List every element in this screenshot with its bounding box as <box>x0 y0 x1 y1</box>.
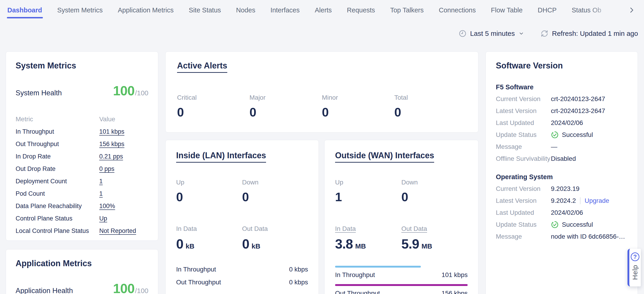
alert-stat-major: Major 0 <box>250 94 322 119</box>
sv-row-os-latest-version: Latest Version 9.2024.2 Upgrade <box>496 197 628 205</box>
stat-label: Minor <box>322 94 394 101</box>
stat-value: 0 <box>250 105 322 119</box>
tab-nodes[interactable]: Nodes <box>236 7 255 14</box>
out-throughput-item: Out Throughput 156 kbps <box>335 284 468 294</box>
row-label: Offline Survivability <box>496 155 551 162</box>
metric-value-link[interactable]: 156 kbps <box>99 140 124 148</box>
tab-application-metrics[interactable]: Application Metrics <box>118 7 174 14</box>
metric-value-link[interactable]: Up <box>99 215 107 222</box>
in-throughput-label: In Throughput <box>176 266 216 273</box>
wan-title-link[interactable]: Outside (WAN) Interfaces <box>335 151 434 163</box>
system-health-row: System Health 100/100 <box>16 83 148 98</box>
status-text: Successful <box>562 221 593 228</box>
metric-value-link[interactable]: 1 <box>99 178 103 185</box>
out-data-value: 5.9 MB <box>401 236 468 251</box>
metric-label: Local Control Plane Status <box>16 227 99 234</box>
row-label: Current Version <box>496 95 551 103</box>
tab-alerts[interactable]: Alerts <box>315 7 332 14</box>
software-version-title: Software Version <box>496 61 628 71</box>
alert-stat-critical: Critical 0 <box>177 94 250 119</box>
application-metrics-title: Application Metrics <box>16 259 148 268</box>
metric-value-link[interactable]: Not Reported <box>99 227 136 234</box>
tab-dashboard[interactable]: Dashboard <box>7 7 42 14</box>
out-throughput-value: 0 kbps <box>289 279 308 286</box>
wan-out-data-stat: Out Data 5.9 MB <box>401 225 468 251</box>
lan-down-stat: Down 0 <box>242 179 308 204</box>
refresh-control[interactable]: Refresh: Updated 1 min ago <box>540 30 638 38</box>
chevron-right-icon <box>628 7 635 14</box>
up-label: Up <box>335 179 401 186</box>
tab-requests[interactable]: Requests <box>347 7 375 14</box>
out-data-unit: kB <box>252 242 260 250</box>
row-label: Update Status <box>496 131 551 138</box>
in-data-value: 0 kB <box>176 236 242 251</box>
sv-row-message: Message — <box>496 143 628 151</box>
lan-in-data-stat: In Data 0 kB <box>176 225 242 251</box>
metric-value-link[interactable]: 101 kbps <box>99 128 124 135</box>
divider <box>580 197 580 204</box>
sv-row-update-status: Update Status Successful <box>496 131 628 139</box>
out-data-link[interactable]: Out Data <box>401 225 427 232</box>
stat-label: Critical <box>177 94 250 101</box>
tab-site-status[interactable]: Site Status <box>189 7 221 14</box>
out-throughput-bar <box>335 284 468 286</box>
in-data-link[interactable]: In Data <box>335 225 356 232</box>
wan-down-stat: Down 0 <box>401 179 468 204</box>
alert-stat-total: Total 0 <box>394 94 467 119</box>
tab-connections[interactable]: Connections <box>439 7 476 14</box>
active-alerts-title-link[interactable]: Active Alerts <box>177 61 227 73</box>
tab-dhcp[interactable]: DHCP <box>538 7 556 14</box>
metric-value-link[interactable]: 1 <box>99 190 103 197</box>
sv-row-os-update-status: Update Status Successful <box>496 220 628 229</box>
status-text: Successful <box>562 131 593 138</box>
out-throughput-row: Out Throughput 156 kbps <box>335 290 468 294</box>
system-metrics-title: System Metrics <box>16 61 148 71</box>
table-row: In Drop Rate 0.21 pps <box>16 150 148 163</box>
system-health-score: 100/100 <box>113 83 148 98</box>
help-button[interactable]: ? Help <box>628 249 641 286</box>
up-value: 1 <box>335 190 401 204</box>
row-value: 2024/02/06 <box>551 119 628 126</box>
metric-label: Deployment Count <box>16 178 99 185</box>
tab-interfaces[interactable]: Interfaces <box>270 7 300 14</box>
in-data-unit: kB <box>186 242 194 250</box>
row-value: 2024/02/06 <box>551 209 628 216</box>
upgrade-link[interactable]: Upgrade <box>584 197 609 204</box>
f5-software-heading: F5 Software <box>496 83 628 91</box>
row-label: Latest Version <box>496 197 551 204</box>
out-throughput-label: Out Throughput <box>176 279 221 286</box>
down-label: Down <box>401 179 468 186</box>
down-value: 0 <box>242 190 308 204</box>
time-range-selector[interactable]: Last 5 minutes <box>459 30 524 38</box>
left-column: System Metrics System Health 100/100 Met… <box>6 51 158 294</box>
up-label: Up <box>176 179 242 186</box>
application-health-label: Application Health <box>16 287 73 294</box>
up-value: 0 <box>176 190 242 204</box>
nav-scroll-right-button[interactable] <box>628 7 635 14</box>
wan-up-stat: Up 1 <box>335 179 401 204</box>
table-row: Data Plane Reachability 100% <box>16 200 148 212</box>
tab-system-metrics[interactable]: System Metrics <box>57 7 102 14</box>
health-score-value: 100 <box>113 83 135 98</box>
application-health-row: Application Health 100/100 <box>16 281 148 294</box>
nav-overflow-fade <box>589 0 644 20</box>
wan-throughput: In Throughput 101 kbps Out Throughput 15… <box>335 266 468 294</box>
sv-row-current-version: Current Version crt-20240123-2647 <box>496 95 628 103</box>
out-data-value: 0 kB <box>242 236 308 251</box>
operating-system-heading: Operating System <box>496 173 628 181</box>
tab-flow-table[interactable]: Flow Table <box>491 7 523 14</box>
table-row: Control Plane Status Up <box>16 212 148 225</box>
metric-value-link[interactable]: 0 pps <box>99 165 114 173</box>
interfaces-row: Inside (LAN) Interfaces Up 0 Down 0 <box>165 140 478 294</box>
table-row: Out Throughput 156 kbps <box>16 138 148 150</box>
in-throughput-value: 101 kbps <box>442 271 468 279</box>
in-data-unit: MB <box>355 242 366 250</box>
health-score-value: 100 <box>113 281 135 294</box>
tab-top-talkers[interactable]: Top Talkers <box>390 7 424 14</box>
in-throughput-label: In Throughput <box>335 271 375 279</box>
lan-title-link[interactable]: Inside (LAN) Interfaces <box>176 151 266 163</box>
in-data-value: 3.8 MB <box>335 236 401 251</box>
metric-value-link[interactable]: 100% <box>99 203 115 210</box>
out-throughput-label: Out Throughput <box>335 290 380 294</box>
metric-value-link[interactable]: 0.21 pps <box>99 153 123 160</box>
